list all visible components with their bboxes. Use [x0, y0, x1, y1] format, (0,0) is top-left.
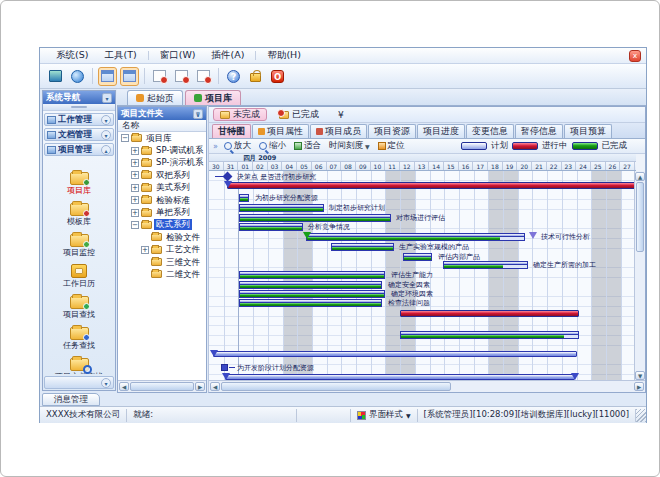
ui-style-button[interactable]: 界面样式 ▼ — [351, 409, 418, 422]
tree-expand-icon[interactable]: + — [131, 184, 139, 192]
filter-未完成[interactable]: 未完成 — [213, 108, 267, 121]
window-button[interactable] — [98, 67, 117, 86]
tree-node-美式系列[interactable]: +美式系列 — [118, 182, 206, 194]
nav-group-2[interactable]: 文档管理▾ — [44, 128, 114, 141]
task-bar[interactable] — [239, 299, 382, 308]
scroll-down-icon[interactable]: ▼ — [635, 371, 645, 380]
globe-button[interactable] — [68, 67, 87, 86]
tree-expand-icon[interactable]: − — [121, 134, 129, 142]
tree-node-检验文件[interactable]: 检验文件 — [118, 231, 206, 243]
tree-node-二维文件[interactable]: 二维文件 — [118, 268, 206, 280]
sidebar-item-项目文档查找[interactable]: 项目文档查找 — [44, 351, 114, 374]
tree-expand-icon[interactable]: + — [131, 147, 139, 155]
filter-¥[interactable]: ¥ — [331, 108, 351, 121]
tree-node-单把系列[interactable]: +单把系列 — [118, 206, 206, 218]
task-bar[interactable] — [400, 331, 579, 340]
document-new-button[interactable] — [150, 67, 169, 86]
nav-group-3[interactable]: 项目管理▴ — [44, 143, 114, 156]
tree-node-三维文件[interactable]: 三维文件 — [118, 256, 206, 268]
gantt-tab-项目进度[interactable]: 项目进度 — [417, 124, 465, 138]
task-bar[interactable] — [239, 223, 303, 232]
gantt-tab-甘特图[interactable]: 甘特图 — [212, 124, 251, 138]
gantt-horizontal-scrollbar[interactable]: ◀ ▶ — [209, 380, 645, 392]
help-button[interactable]: ? — [224, 67, 243, 86]
summary-bar[interactable] — [227, 182, 636, 189]
tree-expand-icon[interactable]: + — [131, 209, 139, 217]
monitor-button[interactable] — [46, 67, 65, 86]
task-bar[interactable] — [306, 233, 525, 242]
filter-已完成[interactable]: 已完成 — [272, 108, 326, 121]
summary-bar[interactable] — [400, 310, 579, 317]
menu-item-5[interactable]: 帮助(H) — [259, 49, 309, 62]
tree-expand-icon[interactable]: + — [131, 196, 139, 204]
tree-expand-icon[interactable]: − — [131, 221, 139, 229]
gantt-tab-暂停信息[interactable]: 暂停信息 — [515, 124, 563, 138]
scroll-left-icon[interactable]: ◀ — [119, 382, 129, 391]
gantt-tab-项目预算[interactable]: 项目预算 — [564, 124, 612, 138]
tree-node-工艺文件[interactable]: +工艺文件 — [118, 244, 206, 256]
plan-bar[interactable] — [213, 351, 577, 357]
resize-grip[interactable] — [636, 409, 646, 422]
scrollbar-thumb[interactable] — [130, 382, 194, 391]
nav-menu-icon[interactable]: ▾ — [102, 93, 112, 103]
sidebar-item-项目库[interactable]: 项目库 — [44, 165, 114, 196]
document-close-button[interactable] — [194, 67, 213, 86]
tree-node-欧式系列[interactable]: −欧式系列 — [118, 219, 206, 231]
gantt-tab-项目成员[interactable]: 项目成员 — [310, 124, 367, 138]
scroll-left-icon[interactable]: ◀ — [210, 382, 220, 391]
close-icon[interactable]: x — [629, 50, 641, 62]
tab-项目库[interactable]: 项目库 — [185, 90, 241, 105]
menu-item-1[interactable]: 系统(S) — [48, 49, 96, 62]
pin-icon[interactable]: ⊽ — [193, 109, 203, 119]
task-bar[interactable] — [239, 271, 385, 280]
gantt-tab-项目属性[interactable]: 项目属性 — [252, 124, 309, 138]
tree-expand-icon[interactable]: + — [131, 171, 139, 179]
overflow-chevron-icon[interactable]: » — [213, 142, 218, 151]
task-bar[interactable] — [239, 214, 391, 223]
task-bar[interactable] — [331, 243, 394, 252]
tree-horizontal-scrollbar[interactable]: ◀ ▶ — [118, 380, 206, 392]
tab-起始页[interactable]: 起始页 — [127, 90, 183, 105]
tab-message-management[interactable]: 消息管理 — [42, 393, 100, 406]
menu-item-4[interactable]: 插件(A) — [203, 49, 252, 62]
nav-group-1[interactable]: 工作管理▾ — [44, 113, 114, 126]
sidebar-item-项目查找[interactable]: 项目查找 — [44, 289, 114, 320]
sidebar-item-项目监控[interactable]: 项目监控 — [44, 227, 114, 258]
fit-button[interactable]: 适合 — [292, 140, 323, 153]
zoom-in-button[interactable]: 放大 — [222, 140, 253, 153]
task-bar[interactable] — [443, 261, 528, 270]
tree-node-双把系列[interactable]: +双把系列 — [118, 169, 206, 181]
menu-item-2[interactable]: 工具(T) — [96, 49, 144, 62]
sidebar-item-工作日历[interactable]: 工作日历 — [44, 258, 114, 289]
scrollbar-thumb[interactable] — [636, 182, 644, 252]
tree-node-项目库[interactable]: −项目库 — [118, 132, 206, 144]
tree-node-SP-演示机系[interactable]: +SP-演示机系 — [118, 157, 206, 169]
task-bar[interactable] — [239, 204, 324, 213]
scroll-up-icon[interactable]: ▲ — [635, 172, 645, 181]
tree-expand-icon[interactable]: + — [131, 159, 139, 167]
nav-collapse-strip[interactable] — [43, 104, 115, 111]
locate-button[interactable]: 定位 — [376, 140, 407, 153]
scrollbar-thumb[interactable] — [221, 382, 451, 391]
lock-button[interactable] — [246, 67, 265, 86]
gantt-tab-项目资源[interactable]: 项目资源 — [368, 124, 416, 138]
zoom-out-button[interactable]: 缩小 — [257, 140, 288, 153]
sidebar-item-模板库[interactable]: 模板库 — [44, 196, 114, 227]
task-bar[interactable] — [239, 194, 249, 203]
gantt-tab-变更信息[interactable]: 变更信息 — [466, 124, 514, 138]
task-bar[interactable] — [239, 290, 385, 299]
sidebar-item-任务查找[interactable]: 任务查找 — [44, 320, 114, 351]
chevron-up-icon[interactable]: ▴ — [101, 145, 111, 155]
document-open-button[interactable] — [172, 67, 191, 86]
gantt-vertical-scrollbar[interactable]: ▲ ▼ — [634, 171, 645, 381]
cascade-window-button[interactable] — [120, 67, 139, 86]
scroll-right-icon[interactable]: ▶ — [195, 382, 205, 391]
tree-node-SP-调试机系[interactable]: +SP-调试机系 — [118, 144, 206, 156]
timescale-button[interactable]: 时间刻度▼ — [327, 140, 372, 153]
chevron-down-icon[interactable]: ▾ — [101, 130, 111, 140]
scroll-right-icon[interactable]: ▶ — [634, 382, 644, 391]
menu-item-3[interactable]: 窗口(W) — [152, 49, 204, 62]
nav-group-partial[interactable]: ▾ — [44, 376, 114, 389]
task-bar[interactable] — [403, 253, 432, 262]
task-bar[interactable] — [239, 281, 382, 290]
